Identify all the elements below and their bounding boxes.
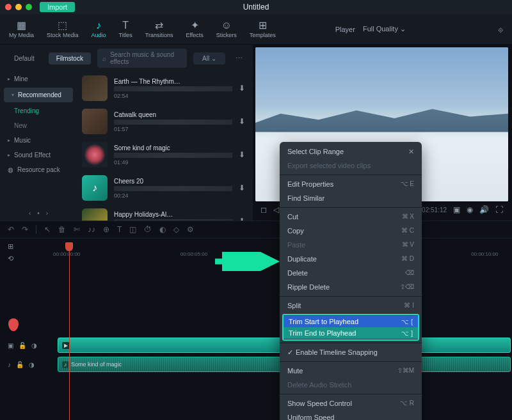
track-audio-icon[interactable]: ♪ — [8, 361, 11, 368]
fullscreen-icon[interactable]: ⛶ — [495, 205, 503, 214]
scissors-button[interactable]: ✄ — [74, 225, 80, 234]
import-button[interactable]: Import — [40, 2, 75, 12]
list-item[interactable]: Catwalk queen01:57 ⬇ — [77, 105, 250, 138]
crop-tool[interactable]: ◫ — [129, 225, 136, 234]
ctx-trim-highlight: Trim Start to Playhead⌥ [ Trim End to Pl… — [282, 314, 419, 341]
titles-tool[interactable]: TTitles — [119, 20, 132, 38]
audio-tool[interactable]: ♪Audio — [92, 20, 106, 38]
download-icon[interactable]: ⬇ — [239, 183, 245, 192]
ctx-ripple-delete[interactable]: Ripple Delete⇧⌫ — [280, 280, 422, 294]
download-icon[interactable]: ⬇ — [239, 217, 245, 221]
media-tabs-row: Default Filmstock ⌕ Search music & sound… — [0, 45, 253, 72]
list-item[interactable]: Happy Holidays-Al…01:09 ⬇ — [77, 205, 250, 221]
sidebar-item-sound-effect[interactable]: ▸Sound Effect — [0, 148, 77, 162]
zoom-window-button[interactable] — [26, 4, 32, 10]
ctx-trim-start[interactable]: Trim Start to Playhead⌥ [ — [284, 316, 418, 327]
track-lock-icon[interactable]: 🔓 — [16, 361, 24, 368]
track-mute-icon[interactable]: ◑ — [31, 342, 37, 349]
text-tool[interactable]: T — [117, 225, 122, 234]
stop-button[interactable]: ◻ — [260, 205, 267, 214]
track-visibility-icon[interactable]: ▣ — [8, 342, 13, 349]
track-name: Cheers 20 — [114, 178, 232, 185]
effects-tool[interactable]: ✦Effects — [186, 20, 203, 38]
list-item[interactable]: ♪ Cheers 2000:24 ⬇ — [77, 171, 250, 205]
playhead[interactable] — [69, 246, 70, 420]
snapshot-button[interactable]: ⟐ — [498, 24, 503, 35]
tab-default[interactable]: Default — [6, 52, 42, 65]
ctx-cut[interactable]: Cut⌘ X — [280, 210, 422, 224]
sidebar-item-trending[interactable]: Trending — [0, 104, 77, 118]
more-tools[interactable]: ⚙ — [187, 225, 194, 234]
ctx-speed-control[interactable]: Show Speed Control⌥ R — [280, 396, 422, 410]
sidebar-item-new[interactable]: New — [0, 118, 77, 133]
ctx-snapping[interactable]: ✓Enable Timeline Snapping — [280, 345, 422, 359]
timeline-toggle-icon[interactable]: ⊞ — [8, 242, 13, 251]
main-toolbar: ▦My Media ⬚Stock Media ♪Audio TTitles ⇄T… — [0, 14, 512, 45]
track-mute-icon[interactable]: ◑ — [29, 361, 35, 368]
color-tool[interactable]: ◐ — [159, 225, 166, 234]
ctx-edit-properties[interactable]: Edit Properties⌥ E — [280, 177, 422, 191]
transitions-icon: ⇄ — [155, 20, 163, 31]
transitions-tool[interactable]: ⇄Transitions — [145, 20, 173, 38]
music-tool[interactable]: ♪♪ — [88, 225, 95, 234]
search-placeholder: Search music & sound effects — [110, 51, 182, 65]
ctx-mute[interactable]: Mute⇧⌘M — [280, 364, 422, 378]
title-bar: Import Untitled — [0, 0, 512, 14]
volume-icon[interactable]: 🔊 — [479, 205, 489, 214]
ctx-delete[interactable]: Delete⌫ — [280, 266, 422, 280]
cursor-tool[interactable]: ↖ — [44, 225, 51, 234]
sidebar-item-music[interactable]: ▸Music — [0, 133, 77, 148]
delete-button[interactable]: 🗑 — [58, 225, 66, 234]
download-icon[interactable]: ⬇ — [239, 84, 245, 93]
ctx-find-similar[interactable]: Find Similar — [280, 191, 422, 205]
waveform-mini — [114, 219, 232, 221]
undo-button[interactable]: ↶ — [8, 225, 14, 234]
tab-filmstock[interactable]: Filmstock — [49, 52, 91, 65]
speed-tool[interactable]: ⏱ — [144, 225, 152, 234]
timeline-link-icon[interactable]: ⟲ — [8, 254, 13, 263]
download-icon[interactable]: ⬇ — [239, 150, 245, 159]
stickers-tool[interactable]: ☺Stickers — [216, 20, 237, 38]
timeline[interactable]: ⊞ ⟲ 00:00:00:00 00:00:05:00 00:00:10:00 … — [0, 238, 512, 420]
waveform-mini — [114, 120, 232, 125]
video-track-header: ▣ 🔓 ◑ — [0, 342, 58, 349]
ctx-trim-end[interactable]: Trim End to Playhead⌥ ] — [284, 327, 418, 339]
zoom-tool[interactable]: ⊕ — [103, 225, 109, 234]
more-options-button[interactable]: ⋯ — [232, 54, 246, 63]
sidebar-next-button[interactable]: › — [46, 210, 48, 217]
waveform-mini — [114, 153, 232, 158]
close-icon[interactable]: ✕ — [408, 147, 414, 156]
ctx-duplicate[interactable]: Duplicate⌘ D — [280, 252, 422, 266]
camera-icon[interactable]: ◉ — [467, 205, 473, 214]
quality-dropdown[interactable]: Full Quality ⌄ — [363, 25, 406, 33]
search-input[interactable]: ⌕ Search music & sound effects — [97, 49, 187, 68]
sidebar-page-indicator: • — [37, 210, 40, 217]
sidebar-prev-button[interactable]: ‹ — [29, 210, 31, 217]
list-item[interactable]: Some kind of magic01:49 ⬇ — [77, 138, 250, 171]
redo-button[interactable]: ↷ — [22, 225, 28, 234]
minimize-window-button[interactable] — [15, 4, 22, 10]
prev-frame-button[interactable]: ◁ — [273, 205, 279, 214]
ruler-tick: 00:00:05:00 — [180, 251, 207, 257]
track-thumbnail — [82, 109, 108, 134]
ctx-split[interactable]: Split⌘ I — [280, 299, 422, 313]
sidebar-item-mine[interactable]: ▸Mine — [0, 72, 77, 86]
filter-all-dropdown[interactable]: All ⌄ — [193, 52, 225, 65]
track-name: Earth — The Rhythm… — [114, 78, 232, 85]
playhead-handle[interactable] — [65, 242, 73, 251]
close-window-button[interactable] — [5, 4, 12, 10]
download-icon[interactable]: ⬇ — [239, 117, 245, 126]
stock-media-tool[interactable]: ⬚Stock Media — [47, 20, 79, 38]
templates-tool[interactable]: ⊞Templates — [250, 20, 276, 38]
sidebar-item-resource-pack[interactable]: ◍Resource pack — [0, 162, 77, 177]
chevron-right-icon: ▸ — [8, 152, 10, 158]
track-lock-icon[interactable]: 🔓 — [19, 342, 26, 349]
track-duration: 02:54 — [114, 93, 232, 99]
list-item[interactable]: Earth — The Rhythm…02:54 ⬇ — [77, 72, 250, 105]
ctx-uniform-speed[interactable]: Uniform Speed — [280, 410, 422, 420]
ctx-copy[interactable]: Copy⌘ C — [280, 224, 422, 238]
keyframe-tool[interactable]: ◇ — [173, 225, 179, 234]
my-media-tool[interactable]: ▦My Media — [9, 20, 34, 38]
sidebar-item-recommended[interactable]: ▾Recommended — [4, 88, 73, 102]
snapshot-icon[interactable]: ▣ — [453, 205, 460, 214]
